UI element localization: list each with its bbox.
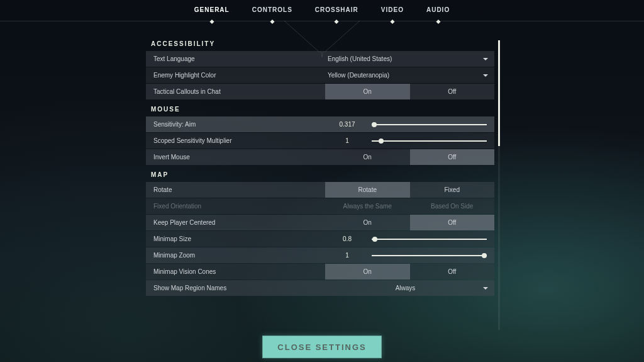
section-mouse-title: MOUSE	[151, 106, 494, 113]
dropdown-enemy-highlight[interactable]: Yellow (Deuteranopia)	[325, 67, 494, 83]
settings-tab-nav: GENERAL CONTROLS CROSSHAIR VIDEO AUDIO	[0, 0, 644, 22]
value-scoped-multiplier[interactable]: 1	[325, 137, 369, 144]
tab-video[interactable]: VIDEO	[381, 6, 404, 22]
label-sensitivity-aim: Sensitivity: Aim	[146, 121, 325, 128]
row-sensitivity-aim: Sensitivity: Aim 0.317	[146, 116, 494, 132]
value-sensitivity-aim[interactable]: 0.317	[325, 121, 369, 128]
row-vision-cones: Minimap Vision Cones On Off	[146, 264, 494, 280]
tab-controls[interactable]: CONTROLS	[252, 6, 292, 22]
row-rotate: Rotate Rotate Fixed	[146, 182, 494, 198]
row-keep-centered: Keep Player Centered On Off	[146, 215, 494, 230]
label-enemy-highlight: Enemy Highlight Color	[146, 72, 325, 79]
section-map-title: MAP	[151, 171, 494, 178]
row-scoped-multiplier: Scoped Sensitivity Multiplier 1	[146, 133, 494, 149]
dropdown-text-language[interactable]: English (United States)	[325, 51, 494, 67]
dropdown-enemy-highlight-value: Yellow (Deuteranopia)	[328, 72, 389, 79]
tab-crosshair[interactable]: CROSSHAIR	[315, 6, 358, 22]
section-accessibility-title: ACCESSIBILITY	[151, 40, 494, 47]
toggle-keep-centered-off[interactable]: Off	[410, 215, 495, 230]
row-minimap-zoom: Minimap Zoom 1	[146, 247, 494, 263]
label-vision-cones: Minimap Vision Cones	[146, 268, 325, 275]
label-minimap-size: Minimap Size	[146, 235, 325, 242]
row-minimap-size: Minimap Size 0.8	[146, 231, 494, 247]
label-minimap-zoom: Minimap Zoom	[146, 252, 325, 259]
nav-divider	[0, 21, 644, 21]
slider-minimap-size[interactable]	[372, 239, 487, 240]
label-region-names: Show Map Region Names	[146, 285, 325, 291]
scrollbar-thumb[interactable]	[498, 40, 500, 146]
tab-general[interactable]: GENERAL	[194, 6, 230, 22]
dropdown-region-names-value: Always	[328, 285, 483, 291]
dropdown-region-names[interactable]: Always	[325, 280, 494, 296]
value-minimap-size[interactable]: 0.8	[325, 235, 369, 242]
settings-scrollbar[interactable]	[498, 40, 500, 330]
settings-panel: ACCESSIBILITY Text Language English (Uni…	[146, 40, 494, 330]
label-scoped-multiplier: Scoped Sensitivity Multiplier	[146, 137, 325, 144]
slider-minimap-zoom[interactable]	[372, 255, 487, 256]
label-fixed-orientation: Fixed Orientation	[146, 203, 325, 210]
toggle-invert-mouse-on[interactable]: On	[325, 149, 410, 165]
value-minimap-zoom[interactable]: 1	[325, 252, 369, 259]
label-text-language: Text Language	[146, 55, 325, 62]
tab-audio[interactable]: AUDIO	[426, 6, 450, 22]
chevron-down-icon	[483, 287, 488, 290]
row-text-language: Text Language English (United States)	[146, 51, 494, 67]
toggle-fixed-orientation-side: Based On Side	[410, 198, 495, 214]
label-invert-mouse: Invert Mouse	[146, 154, 325, 161]
toggle-fixed-orientation-same: Always the Same	[325, 198, 410, 214]
toggle-vision-cones-on[interactable]: On	[325, 264, 410, 280]
slider-scoped-multiplier[interactable]	[372, 140, 487, 142]
label-tactical-callouts: Tactical Callouts in Chat	[146, 88, 325, 95]
row-fixed-orientation: Fixed Orientation Always the Same Based …	[146, 198, 494, 214]
toggle-keep-centered-on[interactable]: On	[325, 215, 410, 230]
toggle-vision-cones-off[interactable]: Off	[410, 264, 495, 280]
slider-sensitivity-aim[interactable]	[372, 124, 487, 125]
row-enemy-highlight: Enemy Highlight Color Yellow (Deuteranop…	[146, 67, 494, 83]
toggle-rotate-rotate[interactable]: Rotate	[325, 182, 410, 198]
close-settings-button[interactable]: CLOSE SETTINGS	[262, 336, 382, 358]
toggle-rotate-fixed[interactable]: Fixed	[410, 182, 495, 198]
label-rotate: Rotate	[146, 186, 325, 193]
toggle-tactical-callouts-off[interactable]: Off	[410, 84, 495, 99]
dropdown-text-language-value: English (United States)	[328, 55, 392, 62]
toggle-invert-mouse-off[interactable]: Off	[410, 149, 495, 165]
row-invert-mouse: Invert Mouse On Off	[146, 149, 494, 165]
row-tactical-callouts: Tactical Callouts in Chat On Off	[146, 84, 494, 99]
label-keep-centered: Keep Player Centered	[146, 219, 325, 226]
chevron-down-icon	[483, 74, 488, 77]
row-region-names: Show Map Region Names Always	[146, 280, 494, 296]
chevron-down-icon	[483, 58, 488, 60]
toggle-tactical-callouts-on[interactable]: On	[325, 84, 410, 99]
